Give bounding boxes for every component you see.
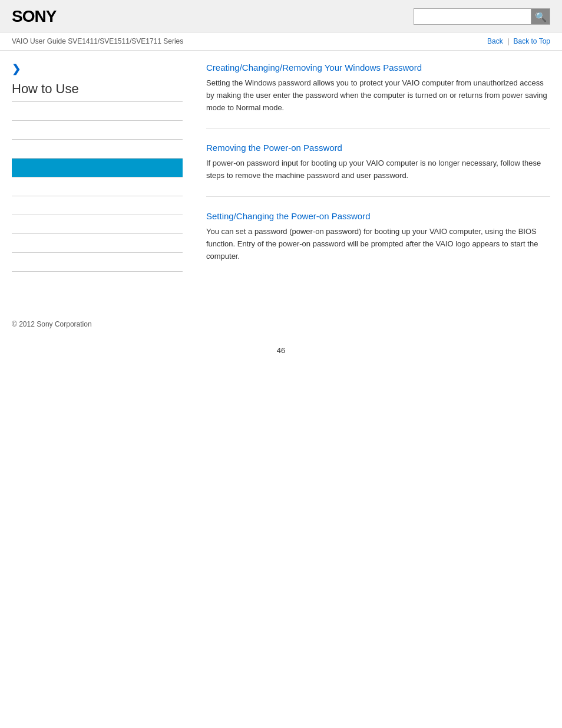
sidebar-nav-item[interactable]	[12, 177, 183, 196]
back-link[interactable]: Back	[487, 37, 503, 45]
article-body-2: If power-on password input for booting u…	[206, 157, 550, 182]
search-area: 🔍	[414, 8, 550, 25]
sidebar-title: How to Use	[12, 81, 183, 102]
article-title-3[interactable]: Setting/Changing the Power-on Password	[206, 211, 550, 221]
chevron-icon[interactable]: ❯	[12, 62, 183, 75]
sidebar-nav-item-active[interactable]	[12, 159, 183, 177]
sidebar-nav-item[interactable]	[12, 234, 183, 253]
sidebar-nav-item[interactable]	[12, 140, 183, 159]
sidebar-nav-item[interactable]	[12, 253, 183, 272]
nav-separator: |	[507, 37, 509, 45]
content-area: Creating/Changing/Removing Your Windows …	[194, 62, 550, 291]
sidebar-nav-list	[12, 102, 183, 272]
article-section-1: Creating/Changing/Removing Your Windows …	[206, 62, 550, 129]
article-body-1: Setting the Windows password allows you …	[206, 77, 550, 114]
search-input[interactable]	[414, 8, 531, 25]
article-title-2[interactable]: Removing the Power-on Password	[206, 143, 550, 153]
article-title-1[interactable]: Creating/Changing/Removing Your Windows …	[206, 62, 550, 73]
sidebar-nav-item[interactable]	[12, 102, 183, 121]
sidebar-nav-item[interactable]	[12, 215, 183, 234]
page-number: 46	[0, 334, 562, 367]
page-header: SONY 🔍	[0, 0, 562, 32]
article-section-3: Setting/Changing the Power-on Password Y…	[206, 211, 550, 276]
page-footer: © 2012 Sony Corporation	[0, 302, 562, 334]
search-icon: 🔍	[535, 11, 547, 22]
nav-bar: VAIO User Guide SVE1411/SVE1511/SVE1711 …	[0, 32, 562, 51]
sidebar: ❯ How to Use	[12, 62, 194, 291]
article-section-2: Removing the Power-on Password If power-…	[206, 143, 550, 197]
nav-links: Back | Back to Top	[487, 37, 550, 45]
sidebar-nav-item[interactable]	[12, 121, 183, 140]
guide-title: VAIO User Guide SVE1411/SVE1511/SVE1711 …	[12, 37, 183, 45]
search-button[interactable]: 🔍	[531, 8, 550, 25]
back-to-top-link[interactable]: Back to Top	[514, 37, 550, 45]
sony-logo: SONY	[12, 7, 56, 26]
main-container: ❯ How to Use Creating/Changing/Removing …	[0, 51, 562, 302]
copyright-text: © 2012 Sony Corporation	[12, 320, 92, 328]
sidebar-nav-item[interactable]	[12, 196, 183, 215]
article-body-3: You can set a password (power-on passwor…	[206, 226, 550, 262]
